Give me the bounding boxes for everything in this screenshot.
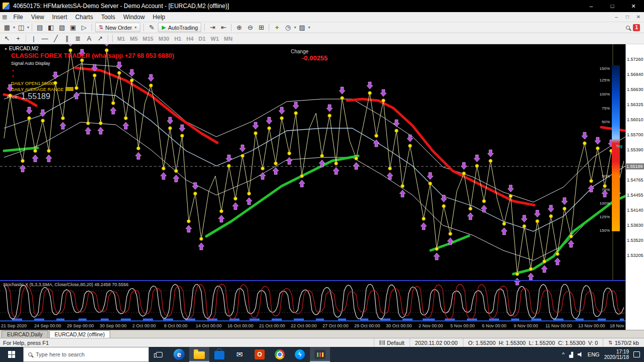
profiles-icon[interactable]: ◫ bbox=[16, 23, 26, 32]
store-icon[interactable] bbox=[209, 347, 229, 362]
notification-badge[interactable]: 1 bbox=[633, 24, 640, 31]
vertical-line-tool-icon[interactable]: | bbox=[29, 34, 39, 43]
timeframe-m1[interactable]: M1 bbox=[115, 36, 127, 42]
search-icon[interactable] bbox=[626, 26, 630, 30]
menu-item-file[interactable]: File bbox=[9, 13, 27, 22]
stochastic-pane[interactable]: Stochastic X (5,3,3,SMA, Close/Close,80,… bbox=[0, 280, 625, 321]
price-scale-label: 1.55700 bbox=[627, 132, 643, 137]
dropdown-arrow-icon[interactable]: ▾ bbox=[294, 25, 296, 30]
taskbar-search[interactable] bbox=[23, 347, 149, 362]
tray-chevron-icon[interactable]: ^ bbox=[562, 351, 565, 357]
maximize-button[interactable]: □ bbox=[602, 0, 623, 12]
dropdown-arrow-icon[interactable]: ▾ bbox=[27, 25, 29, 30]
menu-item-charts[interactable]: Charts bbox=[71, 13, 97, 22]
start-button[interactable] bbox=[0, 347, 23, 362]
action-center-icon[interactable] bbox=[633, 351, 640, 357]
chart-shift-icon[interactable]: ⇤ bbox=[218, 23, 228, 32]
main-chart-canvas[interactable] bbox=[0, 44, 625, 280]
autotrading-button[interactable]: ▶AutoTrading bbox=[158, 23, 201, 32]
tile-windows-icon[interactable]: ⊞ bbox=[256, 23, 266, 32]
metaeditor-icon[interactable]: ✎ bbox=[146, 23, 156, 32]
toolbar-separator bbox=[108, 35, 108, 42]
gain-percent-label: 75% bbox=[594, 106, 610, 111]
timeframe-mn[interactable]: MN bbox=[221, 36, 235, 42]
crosshair-tool-icon[interactable]: + bbox=[13, 34, 23, 43]
periods-icon[interactable]: ◷ bbox=[283, 23, 293, 32]
data-window-icon[interactable]: ◧ bbox=[46, 23, 56, 32]
indicator-label: Stochastic X (5,3,3,SMA, Close/Close,80,… bbox=[3, 282, 128, 287]
time-axis-label: 27 Oct 00:00 bbox=[323, 323, 349, 328]
file-explorer-icon[interactable] bbox=[189, 347, 209, 362]
timeframe-w1[interactable]: W1 bbox=[208, 36, 222, 42]
child-close-button[interactable]: ✕ bbox=[633, 14, 644, 20]
time-axis[interactable]: 21 Sep 202024 Sep 00:0029 Sep 00:0030 Se… bbox=[0, 321, 625, 330]
volume-icon[interactable] bbox=[578, 352, 583, 357]
cursor-tool-icon[interactable]: ↖ bbox=[2, 34, 12, 43]
status-template[interactable]: Default bbox=[387, 340, 405, 346]
child-minimize-button[interactable]: – bbox=[611, 14, 622, 20]
time-axis-label: 9 Nov 00:00 bbox=[514, 323, 538, 328]
timeframe-m30[interactable]: M30 bbox=[156, 36, 172, 42]
autoscroll-icon[interactable]: ⇥ bbox=[207, 23, 217, 32]
new-order-button[interactable]: ⇅New Order▾ bbox=[95, 23, 140, 32]
fibonacci-tool-icon[interactable]: ≣ bbox=[73, 34, 83, 43]
language-indicator[interactable]: ENG bbox=[588, 351, 600, 357]
time-axis-label: 16 Oct 00:00 bbox=[227, 323, 254, 328]
equidistant-channel-tool-icon[interactable]: ∥ bbox=[62, 34, 72, 43]
dropdown-arrow-icon[interactable]: ▾ bbox=[134, 25, 136, 30]
trendline-tool-icon[interactable]: ╱ bbox=[51, 34, 61, 43]
indicators-icon[interactable]: + bbox=[272, 23, 282, 32]
chart-tab-m2-offline[interactable]: EURCAD,M2 (offline) bbox=[49, 330, 111, 338]
network-icon[interactable]: ▟ bbox=[569, 352, 573, 357]
mt4-chart-bars bbox=[317, 352, 318, 357]
horizontal-line-tool-icon[interactable]: — bbox=[40, 34, 50, 43]
menu-item-window[interactable]: Window bbox=[119, 13, 149, 22]
gain-percent-label: 75% bbox=[594, 188, 610, 192]
time-axis-label: 29 Sep 00:00 bbox=[67, 323, 94, 328]
dropdown-arrow-icon[interactable]: ▾ bbox=[13, 25, 15, 30]
zoom-in-icon[interactable]: ⊕ bbox=[234, 23, 244, 32]
stochastic-canvas[interactable] bbox=[0, 281, 625, 321]
close-button[interactable]: ✕ bbox=[623, 0, 644, 12]
terminal-icon[interactable]: ▣ bbox=[68, 23, 78, 32]
edge-icon[interactable]: e bbox=[169, 347, 189, 362]
gain-percent-label: 125% bbox=[594, 215, 610, 219]
chrome-icon[interactable] bbox=[270, 347, 290, 362]
mt4-icon[interactable] bbox=[310, 347, 330, 362]
chart-window-icon[interactable]: ▦ bbox=[2, 14, 7, 20]
new-chart-icon[interactable]: ▦ bbox=[2, 23, 12, 32]
chart-area[interactable]: ▼ EURCAD,M2 CLASSIC FOREX TRADER (whatsa… bbox=[0, 44, 644, 330]
navigator-icon[interactable]: ▧ bbox=[57, 23, 67, 32]
gain-percent-label: 100% bbox=[594, 201, 610, 206]
strategy-tester-icon[interactable]: ▷ bbox=[79, 23, 89, 32]
text-tool-icon[interactable]: A bbox=[84, 34, 94, 43]
dropdown-arrow-icon[interactable]: ▾ bbox=[308, 25, 310, 30]
task-view-button[interactable] bbox=[149, 347, 169, 362]
zoom-out-icon[interactable]: ⊖ bbox=[245, 23, 255, 32]
messenger-icon[interactable]: ϟ bbox=[290, 347, 310, 362]
market-watch-icon[interactable]: ▤ bbox=[35, 23, 45, 32]
office-icon[interactable]: O bbox=[250, 347, 270, 362]
chart-tab-daily[interactable]: EURCAD,Daily bbox=[2, 330, 48, 338]
timeframe-m5[interactable]: M5 bbox=[127, 36, 140, 42]
timeframe-d1[interactable]: D1 bbox=[196, 36, 208, 42]
search-input[interactable] bbox=[36, 351, 131, 357]
child-restore-button[interactable]: □ bbox=[622, 14, 633, 20]
arrow-tool-icon[interactable]: ↗ bbox=[95, 34, 105, 43]
mail-icon[interactable]: ✉ bbox=[229, 347, 250, 362]
menu-item-view[interactable]: View bbox=[27, 13, 48, 22]
menu-item-insert[interactable]: Insert bbox=[48, 13, 71, 22]
minimize-button[interactable]: – bbox=[581, 0, 602, 12]
time-axis-label: 24 Sep 00:00 bbox=[34, 323, 61, 328]
templates-icon[interactable]: ▨ bbox=[297, 23, 307, 32]
timeframe-m15[interactable]: M15 bbox=[140, 36, 156, 42]
price-scale-label: 1.56325 bbox=[627, 102, 643, 107]
timeframe-h4[interactable]: H4 bbox=[184, 36, 196, 42]
menu-item-help[interactable]: Help bbox=[149, 13, 170, 22]
menu-item-tools[interactable]: Tools bbox=[97, 13, 119, 22]
price-scale[interactable]: 1.572601.569401.566301.563251.560101.557… bbox=[625, 44, 644, 330]
current-price-box: 1.55189 bbox=[626, 163, 644, 169]
timeframe-h1[interactable]: H1 bbox=[172, 36, 184, 42]
taskbar-clock[interactable]: 17:19 2020/11/18 bbox=[604, 349, 629, 360]
time-axis-label: 14 Oct 00:00 bbox=[196, 323, 222, 328]
